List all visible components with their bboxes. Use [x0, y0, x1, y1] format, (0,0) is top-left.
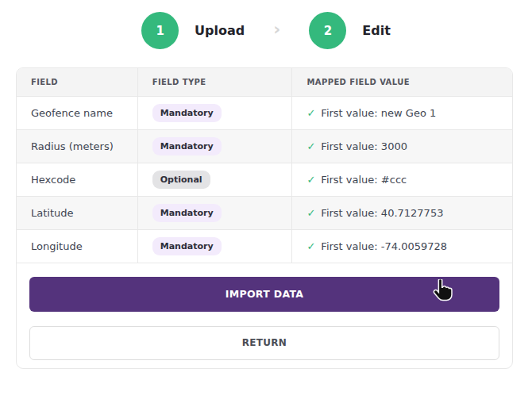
- field-type-badge: Mandatory: [152, 237, 222, 255]
- import-mapping-card: FIELD FIELD TYPE MAPPED FIELD VALUE Geof…: [16, 67, 513, 369]
- mapped-value: First value: 3000: [321, 140, 407, 152]
- step-upload[interactable]: 1 Upload: [141, 12, 245, 49]
- field-name: Geofence name: [17, 96, 137, 129]
- step-1-circle: 1: [141, 12, 179, 49]
- step-1-label: Upload: [195, 23, 245, 38]
- field-type-badge: Mandatory: [152, 104, 222, 122]
- field-type-badge: Mandatory: [152, 204, 222, 222]
- table-header-row: FIELD FIELD TYPE MAPPED FIELD VALUE: [17, 68, 512, 96]
- column-header-field-type: FIELD TYPE: [137, 68, 292, 96]
- table-row-radius: Radius (meters) Mandatory ✓First value: …: [17, 129, 512, 163]
- mapped-value: First value: -74.0059728: [321, 240, 447, 252]
- check-icon: ✓: [306, 174, 315, 186]
- check-icon: ✓: [306, 107, 315, 119]
- step-edit[interactable]: 2 Edit: [309, 12, 391, 49]
- table-row-latitude: Latitude Mandatory ✓First value: 40.7127…: [17, 196, 512, 229]
- field-name: Radius (meters): [17, 129, 137, 163]
- wizard-stepper: 1 Upload › 2 Edit: [0, 12, 532, 49]
- table-row-longitude: Longitude Mandatory ✓First value: -74.00…: [17, 229, 512, 263]
- field-mapping-table: FIELD FIELD TYPE MAPPED FIELD VALUE Geof…: [17, 68, 512, 263]
- mapped-value: First value: #ccc: [321, 174, 407, 186]
- chevron-right-icon: ›: [273, 21, 280, 38]
- field-type-badge: Optional: [152, 171, 210, 189]
- column-header-field: FIELD: [17, 68, 137, 96]
- step-2-circle: 2: [309, 12, 346, 49]
- step-2-label: Edit: [362, 23, 391, 38]
- column-header-mapped-field-value: MAPPED FIELD VALUE: [292, 68, 512, 96]
- check-icon: ✓: [306, 207, 315, 219]
- mapped-value: First value: new Geo 1: [321, 107, 436, 119]
- field-name: Hexcode: [17, 163, 137, 196]
- check-icon: ✓: [306, 140, 315, 152]
- import-data-button[interactable]: IMPORT DATA: [29, 277, 499, 312]
- table-row-geofence-name: Geofence name Mandatory ✓First value: ne…: [17, 96, 512, 129]
- action-buttons: IMPORT DATA RETURN: [17, 263, 512, 360]
- field-name: Longitude: [17, 229, 137, 263]
- check-icon: ✓: [306, 240, 315, 252]
- field-type-badge: Mandatory: [152, 137, 222, 155]
- field-name: Latitude: [17, 196, 137, 229]
- return-button[interactable]: RETURN: [29, 326, 499, 360]
- table-row-hexcode: Hexcode Optional ✓First value: #ccc: [17, 163, 512, 196]
- mapped-value: First value: 40.7127753: [321, 207, 443, 219]
